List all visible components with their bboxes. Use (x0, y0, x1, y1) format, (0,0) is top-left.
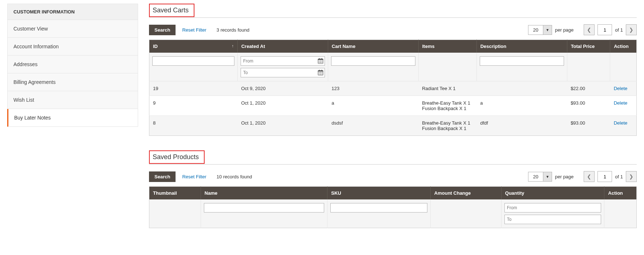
table-row: 9 Oct 1, 2020 a Breathe-Easy Tank X 1 Fu… (149, 96, 637, 116)
col-header-id[interactable]: ID↑ (149, 40, 238, 53)
cell-description: dfdf (476, 116, 567, 136)
sidebar-item-buy-later-notes[interactable]: Buy Later Notes (7, 109, 138, 127)
sidebar-item-label: Account Information (13, 44, 59, 49)
cell-cart-name: dsdsf (328, 116, 418, 136)
search-button[interactable]: Search (149, 25, 176, 35)
filter-row (149, 199, 637, 228)
reset-filter-link[interactable]: Reset Filter (182, 27, 206, 33)
search-button[interactable]: Search (149, 171, 176, 182)
reset-filter-link[interactable]: Reset Filter (182, 174, 206, 179)
filter-id-input[interactable] (152, 56, 234, 66)
records-found-label: 10 records found (217, 174, 252, 179)
sidebar-item-label: Wish List (13, 97, 34, 103)
sidebar-item-label: Customer View (13, 26, 48, 32)
col-header-action: Action (610, 40, 637, 53)
next-page-button[interactable]: ❯ (626, 171, 637, 182)
cell-created-at: Oct 1, 2020 (237, 96, 328, 116)
cell-id: 19 (149, 81, 238, 96)
customer-info-sidebar: CUSTOMER INFORMATION Customer View Accou… (7, 4, 138, 228)
cell-description (476, 81, 567, 96)
cell-items: Radiant Tee X 1 (418, 81, 476, 96)
page-of-label: of 1 (615, 174, 623, 179)
page-input[interactable] (597, 171, 612, 182)
saved-products-title: Saved Products (149, 150, 205, 164)
filter-qty-from-input[interactable] (504, 203, 601, 212)
sidebar-item-customer-view[interactable]: Customer View (7, 20, 138, 38)
cell-items: Breathe-Easy Tank X 1 Fusion Backpack X … (418, 96, 476, 116)
sidebar-item-account-information[interactable]: Account Information (7, 38, 138, 56)
delete-link[interactable]: Delete (614, 100, 628, 106)
calendar-icon[interactable] (318, 70, 323, 76)
filter-name-input[interactable] (204, 203, 325, 212)
cell-total-price: $93.00 (567, 96, 610, 116)
sidebar-item-wish-list[interactable]: Wish List (7, 91, 138, 109)
saved-products-grid: Thumbnail Name SKU Amount Change Quantit… (149, 186, 637, 228)
col-header-name[interactable]: Name (201, 187, 327, 200)
filter-description-input[interactable] (480, 56, 564, 66)
perpage-label: per page (555, 27, 573, 33)
chevron-down-icon[interactable]: ▼ (543, 172, 552, 181)
sidebar-item-label: Billing Agreements (13, 79, 56, 85)
col-header-cart-name[interactable]: Cart Name (328, 40, 418, 53)
col-header-sku[interactable]: SKU (327, 187, 431, 200)
col-header-total-price[interactable]: Total Price (567, 40, 610, 53)
sidebar-item-label: Addresses (13, 61, 37, 67)
cell-total-price: $22.00 (567, 81, 610, 96)
col-header-action: Action (604, 187, 637, 200)
cell-items: Breathe-Easy Tank X 1 Fusion Backpack X … (418, 116, 476, 136)
col-header-amount-change[interactable]: Amount Change (430, 187, 501, 200)
table-row: 8 Oct 1, 2020 dsdsf Breathe-Easy Tank X … (149, 116, 637, 136)
saved-carts-toolbar: Search Reset Filter 3 records found 20 ▼… (149, 24, 637, 35)
sort-asc-icon: ↑ (232, 44, 234, 48)
col-header-created-at[interactable]: Created At (237, 40, 328, 53)
delete-link[interactable]: Delete (614, 86, 628, 91)
filter-row (149, 53, 637, 81)
filter-date-from-input[interactable] (241, 56, 325, 66)
table-row: 19 Oct 9, 2020 123 Radiant Tee X 1 $22.0… (149, 81, 637, 96)
col-header-thumbnail[interactable]: Thumbnail (149, 187, 201, 200)
filter-sku-input[interactable] (330, 203, 427, 212)
cell-cart-name: 123 (328, 81, 418, 96)
col-header-quantity[interactable]: Quantity (501, 187, 604, 200)
cell-created-at: Oct 1, 2020 (237, 116, 328, 136)
records-found-label: 3 records found (217, 27, 249, 33)
col-header-description[interactable]: Description (476, 40, 567, 53)
saved-carts-grid: ID↑ Created At Cart Name Items Descripti… (149, 40, 637, 136)
filter-cart-name-input[interactable] (331, 56, 415, 66)
prev-page-button[interactable]: ❮ (584, 171, 595, 182)
perpage-value: 20 (528, 25, 543, 35)
sidebar-item-addresses[interactable]: Addresses (7, 56, 138, 73)
perpage-value: 20 (528, 172, 543, 181)
chevron-down-icon[interactable]: ▼ (543, 25, 552, 35)
sidebar-item-billing-agreements[interactable]: Billing Agreements (7, 73, 138, 91)
next-page-button[interactable]: ❯ (626, 24, 637, 35)
calendar-icon[interactable] (318, 58, 323, 64)
delete-link[interactable]: Delete (614, 120, 628, 126)
saved-products-toolbar: Search Reset Filter 10 records found 20 … (149, 171, 637, 182)
cell-cart-name: a (328, 96, 418, 116)
filter-qty-to-input[interactable] (504, 215, 601, 224)
saved-carts-title: Saved Carts (149, 4, 194, 17)
sidebar-header: CUSTOMER INFORMATION (7, 4, 138, 20)
prev-page-button[interactable]: ❮ (584, 24, 595, 35)
cell-created-at: Oct 9, 2020 (237, 81, 328, 96)
filter-date-to-input[interactable] (241, 68, 325, 77)
perpage-select[interactable]: 20 ▼ (528, 25, 552, 35)
page-input[interactable] (597, 24, 612, 35)
cell-total-price: $93.00 (567, 116, 610, 136)
col-header-items[interactable]: Items (418, 40, 476, 53)
perpage-label: per page (555, 174, 573, 179)
sidebar-item-label: Buy Later Notes (14, 115, 51, 121)
cell-id: 8 (149, 116, 238, 136)
cell-description: a (476, 96, 567, 116)
page-of-label: of 1 (615, 27, 623, 33)
perpage-select[interactable]: 20 ▼ (528, 172, 552, 182)
cell-id: 9 (149, 96, 238, 116)
